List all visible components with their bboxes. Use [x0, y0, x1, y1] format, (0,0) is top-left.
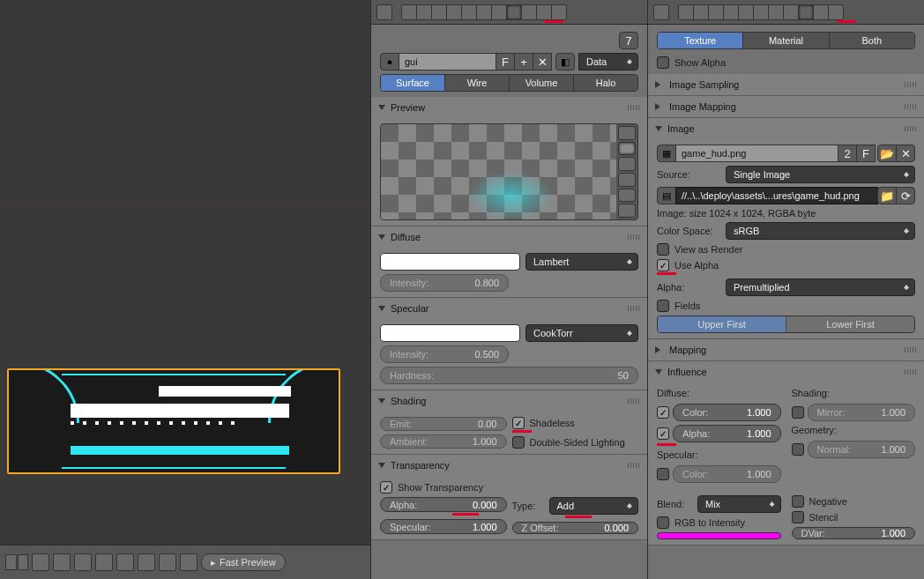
panel-image-header[interactable]: Image	[648, 118, 924, 139]
tab-modifiers-icon[interactable]	[753, 4, 769, 20]
emit-value[interactable]: Emit:0.00	[380, 417, 507, 431]
diffuse-color[interactable]	[380, 253, 520, 271]
preview-sphere-icon[interactable]	[618, 142, 636, 156]
selected-object[interactable]	[7, 368, 340, 474]
tab-scene-icon[interactable]	[416, 4, 432, 20]
tab-scene-icon[interactable]	[693, 4, 709, 20]
tab-particles-icon[interactable]	[813, 4, 829, 20]
unlink-image-icon[interactable]: ✕	[896, 145, 915, 162]
specular-shader-dropdown[interactable]: CookTorr	[525, 324, 638, 342]
filepath-icon[interactable]: ▤	[657, 187, 676, 204]
editor-type-icon[interactable]	[653, 4, 669, 20]
unlink-button[interactable]: ✕	[533, 53, 552, 71]
image-name-field[interactable]: game_hud.png	[675, 145, 838, 162]
specular-hardness[interactable]: Hardness:50	[380, 367, 638, 384]
panel-image-sampling-header[interactable]: Image Sampling	[648, 74, 924, 95]
image-path-field[interactable]: //..\..\deploy\assets\...ures\game_hud.p…	[675, 187, 878, 204]
panel-specular-header[interactable]: Specular	[371, 298, 647, 319]
use-alpha-checkbox[interactable]: Use Alpha	[657, 259, 915, 271]
editor-type-icon[interactable]	[376, 4, 392, 20]
fake-user-button[interactable]: F	[496, 53, 515, 71]
shadeless-checkbox[interactable]: Shadeless	[512, 417, 639, 429]
tab-material-icon[interactable]	[783, 4, 799, 20]
transparency-alpha[interactable]: Alpha:0.000	[380, 497, 507, 512]
preview-world-icon[interactable]	[618, 204, 636, 218]
panel-influence-header[interactable]: Influence	[648, 361, 924, 382]
double-sided-checkbox[interactable]: Double-Sided Lighting	[512, 436, 639, 449]
tab-particles-icon[interactable]	[536, 4, 552, 20]
influence-color-checkbox[interactable]	[657, 406, 669, 419]
view-menu-icon[interactable]	[53, 553, 71, 571]
rgb-to-intensity-checkbox[interactable]: RGB to Intensity	[657, 516, 781, 529]
browse-file-icon[interactable]: 📁	[877, 187, 897, 204]
tab-wire[interactable]: Wire	[444, 75, 509, 91]
negative-checkbox[interactable]: Negative	[792, 495, 916, 508]
tab-volume[interactable]: Volume	[509, 75, 573, 91]
material-name-field[interactable]: gui	[399, 53, 496, 71]
tab-object-icon[interactable]	[723, 4, 739, 20]
panel-shading-header[interactable]: Shading	[371, 390, 647, 412]
blend-dropdown[interactable]: Mix	[697, 495, 781, 513]
tab-data-icon[interactable]	[768, 4, 784, 20]
tab-physics-icon[interactable]	[828, 4, 844, 20]
object-menu-icon[interactable]	[116, 553, 134, 571]
new-button[interactable]: +	[514, 53, 533, 71]
influence-color[interactable]: Color:1.000	[673, 404, 781, 421]
diffuse-shader-dropdown[interactable]: Lambert	[525, 253, 638, 271]
tab-render-icon[interactable]	[401, 4, 417, 20]
influence-normal-checkbox[interactable]	[792, 443, 804, 456]
fake-user-button[interactable]: F	[856, 145, 876, 162]
camera-icon[interactable]	[159, 553, 176, 571]
upper-first-button[interactable]: Upper First	[658, 316, 786, 332]
colorspace-dropdown[interactable]: sRGB	[726, 222, 915, 240]
influence-spec-color-checkbox[interactable]	[657, 468, 669, 480]
transparency-type-dropdown[interactable]: Add	[549, 497, 639, 515]
nodes-icon[interactable]: ◧	[555, 53, 575, 71]
3d-viewport[interactable]: ▸ Fast Preview	[0, 0, 370, 579]
tab-halo[interactable]: Halo	[573, 75, 637, 91]
tab-constraints-icon[interactable]	[461, 4, 477, 20]
tab-world-icon[interactable]	[708, 4, 724, 20]
tab-data-icon[interactable]	[491, 4, 507, 20]
preview-image[interactable]	[381, 124, 616, 219]
panel-image-mapping-header[interactable]: Image Mapping	[648, 96, 924, 117]
panel-diffuse-header[interactable]: Diffuse	[371, 226, 647, 248]
influence-mirror-checkbox[interactable]	[792, 406, 804, 419]
pin-num[interactable]: 7	[619, 32, 638, 49]
preview-hair-icon[interactable]	[618, 189, 636, 203]
fast-preview-button[interactable]: ▸ Fast Preview	[201, 553, 286, 571]
show-transparency-checkbox[interactable]: Show Transparency	[380, 481, 638, 494]
stencil-checkbox[interactable]: Stencil	[792, 511, 916, 523]
preview-flat-icon[interactable]	[618, 126, 636, 140]
transparency-specular[interactable]: Specular:1.000	[380, 519, 507, 534]
panel-transparency-header[interactable]: Transparency	[371, 455, 647, 476]
ambient-value[interactable]: Ambient:1.000	[380, 434, 507, 449]
select-menu-icon[interactable]	[74, 553, 92, 571]
lower-first-button[interactable]: Lower First	[786, 316, 914, 332]
image-browse-icon[interactable]: ▦	[657, 145, 676, 162]
preview-cube-icon[interactable]	[618, 157, 636, 171]
specular-intensity[interactable]: Intensity:0.500	[380, 345, 509, 363]
tab-constraints-icon[interactable]	[738, 4, 754, 20]
reload-icon[interactable]: ⟳	[896, 187, 915, 204]
render-icon[interactable]	[180, 553, 197, 571]
influence-alpha-checkbox[interactable]	[657, 427, 669, 440]
tab-render-icon[interactable]	[678, 4, 694, 20]
tab-material[interactable]: Material	[742, 33, 828, 48]
influence-color-swatch[interactable]	[657, 532, 781, 539]
panel-preview-header[interactable]: Preview	[371, 97, 647, 118]
tab-texture[interactable]: Texture	[658, 33, 742, 48]
tab-surface[interactable]: Surface	[381, 75, 444, 91]
editor-type-icon[interactable]	[32, 553, 49, 571]
tab-material-icon[interactable]	[506, 4, 522, 20]
add-menu-icon[interactable]	[95, 553, 113, 571]
show-alpha-checkbox[interactable]: Show Alpha	[657, 56, 915, 69]
influence-normal[interactable]: Normal:1.000	[808, 441, 916, 458]
influence-mirror[interactable]: Mirror:1.000	[808, 404, 916, 421]
dvar-value[interactable]: DVar:1.000	[792, 527, 916, 539]
material-browse-icon[interactable]: ●	[380, 53, 399, 71]
preview-monkey-icon[interactable]	[618, 173, 636, 187]
transparency-zoffset[interactable]: Z Offset:0.000	[512, 522, 639, 534]
panel-mapping-header[interactable]: Mapping	[648, 339, 924, 360]
mode-icon[interactable]	[138, 553, 155, 571]
